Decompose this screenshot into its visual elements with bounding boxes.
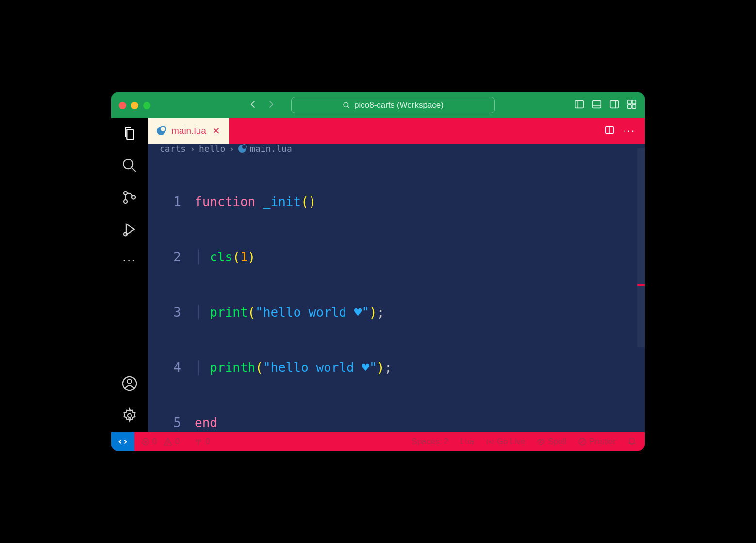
toggle-primary-sidebar-icon[interactable] bbox=[574, 99, 585, 112]
breadcrumb[interactable]: carts › hello › main.lua bbox=[148, 144, 637, 154]
more-activity-icon[interactable]: ··· bbox=[122, 253, 136, 267]
minimap[interactable] bbox=[637, 144, 645, 432]
command-center-text: pico8-carts (Workspace) bbox=[354, 100, 444, 110]
tab-close-icon[interactable]: ✕ bbox=[212, 125, 220, 137]
vscode-window: pico8-carts (Workspace) ··· bbox=[111, 92, 645, 451]
command-center[interactable]: pico8-carts (Workspace) bbox=[291, 97, 495, 113]
line-number: 4 bbox=[148, 358, 195, 377]
svg-rect-1 bbox=[575, 101, 584, 108]
explorer-icon[interactable] bbox=[121, 125, 138, 144]
svg-point-15 bbox=[124, 232, 127, 236]
close-window-button[interactable] bbox=[119, 102, 126, 109]
layout-controls bbox=[574, 99, 637, 112]
svg-point-18 bbox=[128, 414, 132, 418]
minimize-window-button[interactable] bbox=[131, 102, 138, 109]
chevron-right-icon: › bbox=[229, 144, 234, 154]
tab-main-lua[interactable]: main.lua ✕ bbox=[148, 118, 229, 144]
run-debug-icon[interactable] bbox=[121, 221, 138, 240]
line-number: 1 bbox=[148, 192, 195, 211]
toggle-secondary-sidebar-icon[interactable] bbox=[609, 99, 620, 112]
window-body: ··· main.lua ✕ ··· bbox=[111, 118, 645, 432]
svg-rect-5 bbox=[610, 101, 619, 108]
svg-point-14 bbox=[132, 195, 135, 199]
minimap-viewport[interactable] bbox=[637, 148, 645, 347]
svg-rect-3 bbox=[593, 101, 601, 108]
line-number: 3 bbox=[148, 303, 195, 321]
chevron-right-icon: › bbox=[190, 144, 195, 154]
customize-layout-icon[interactable] bbox=[626, 99, 637, 112]
editor-more-icon[interactable]: ··· bbox=[624, 125, 635, 137]
editor-group: main.lua ✕ ··· carts › hello › bbox=[148, 118, 645, 432]
svg-point-12 bbox=[124, 192, 127, 195]
svg-point-13 bbox=[124, 200, 127, 203]
search-icon bbox=[343, 101, 350, 109]
breadcrumb-seg[interactable]: hello bbox=[199, 144, 225, 154]
tab-label: main.lua bbox=[171, 126, 206, 136]
line-number: 5 bbox=[148, 414, 195, 432]
nav-back-button[interactable] bbox=[248, 99, 258, 111]
toggle-panel-icon[interactable] bbox=[592, 99, 602, 112]
editor-actions: ··· bbox=[604, 118, 645, 144]
settings-gear-icon[interactable] bbox=[121, 407, 138, 426]
svg-point-17 bbox=[127, 379, 132, 384]
svg-rect-8 bbox=[632, 100, 636, 104]
activity-bar: ··· bbox=[111, 118, 148, 432]
text-editor[interactable]: carts › hello › main.lua 1function _init… bbox=[148, 144, 637, 432]
line-number: 2 bbox=[148, 248, 195, 266]
lua-file-icon bbox=[238, 145, 246, 153]
svg-point-0 bbox=[344, 102, 348, 107]
svg-point-11 bbox=[123, 159, 133, 169]
nav-arrows bbox=[248, 99, 276, 111]
source-control-icon[interactable] bbox=[121, 189, 138, 208]
minimap-marker bbox=[637, 284, 645, 286]
fullscreen-window-button[interactable] bbox=[143, 102, 150, 109]
svg-rect-7 bbox=[628, 100, 631, 104]
window-controls bbox=[119, 102, 150, 109]
svg-rect-10 bbox=[632, 105, 636, 108]
nav-forward-button[interactable] bbox=[266, 99, 276, 111]
tab-bar: main.lua ✕ ··· bbox=[148, 118, 645, 144]
svg-rect-9 bbox=[628, 105, 631, 108]
accounts-icon[interactable] bbox=[121, 375, 138, 394]
breadcrumb-seg[interactable]: main.lua bbox=[250, 144, 292, 154]
remote-button[interactable] bbox=[111, 432, 134, 451]
lua-file-icon bbox=[157, 127, 165, 135]
titlebar: pico8-carts (Workspace) bbox=[111, 92, 645, 118]
split-editor-icon[interactable] bbox=[604, 125, 615, 137]
code-area[interactable]: 1function _init() 2│ cls(1) 3│ print("he… bbox=[148, 154, 637, 451]
search-activity-icon[interactable] bbox=[121, 157, 138, 176]
breadcrumb-seg[interactable]: carts bbox=[160, 144, 186, 154]
editor-wrap: carts › hello › main.lua 1function _init… bbox=[148, 144, 645, 432]
